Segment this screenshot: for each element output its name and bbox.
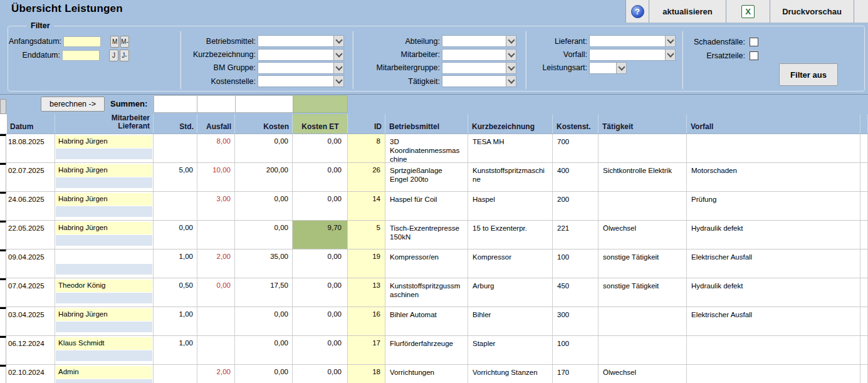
leistungsart-combo[interactable]: [589, 62, 627, 74]
calculate-button[interactable]: berechnen ->: [41, 97, 105, 112]
cell-betriebsmittel[interactable]: 3D Koordinatenmessmaschine: [385, 134, 468, 162]
cell-taetigkeit[interactable]: [599, 134, 687, 162]
dropdown-arrow-icon[interactable]: [506, 36, 516, 46]
cell-ausfall[interactable]: [197, 336, 235, 364]
cell-betriebsmittel[interactable]: Vorrichtungen: [385, 365, 468, 383]
kostenstelle-combo[interactable]: [258, 75, 344, 87]
cell-taetigkeit[interactable]: sonstige Tätigkeit: [599, 278, 687, 307]
lieferant-field[interactable]: [56, 177, 152, 188]
mitarbeiter-field[interactable]: Habring Jürgen: [56, 135, 152, 148]
lieferant-combo[interactable]: [589, 35, 676, 47]
cell-kurzbezeichnung[interactable]: Bihler: [468, 307, 553, 335]
cell-id[interactable]: 17: [348, 336, 385, 364]
cell-ausfall[interactable]: 2,00: [197, 249, 235, 278]
cell-std[interactable]: 0,50: [154, 278, 197, 307]
cell-kurzbezeichnung[interactable]: TESA MH: [468, 134, 553, 162]
cell-vorfall[interactable]: Elektrischer Ausfall: [687, 249, 860, 278]
cell-ausfall[interactable]: [197, 221, 235, 249]
lieferant-field[interactable]: [56, 322, 152, 332]
cell-kurzbezeichnung[interactable]: Stapler: [468, 336, 553, 364]
cell-kosten[interactable]: 35,00: [235, 249, 293, 278]
row-selector[interactable]: [0, 365, 6, 383]
cell-datum[interactable]: 02.07.2025: [6, 163, 55, 191]
cell-id[interactable]: 8: [348, 134, 385, 162]
cell-ausfall[interactable]: 10,00: [197, 163, 235, 191]
mitarbeiter-field[interactable]: Habring Jürgen: [56, 164, 152, 177]
row-selector[interactable]: [0, 221, 6, 249]
cell-datum[interactable]: 03.04.2025: [6, 307, 55, 335]
month-button[interactable]: M: [110, 36, 119, 48]
mitarbeitergruppe-combo[interactable]: [442, 62, 516, 74]
cell-taetigkeit[interactable]: sonstige Tätigkeit: [599, 249, 687, 278]
sum-kosten-field[interactable]: [235, 95, 293, 113]
cell-kosten[interactable]: 0,00: [235, 307, 293, 335]
cell-taetigkeit[interactable]: [599, 192, 687, 220]
cell-kosten[interactable]: 0,00: [235, 365, 293, 383]
cell-kostenstelle[interactable]: 450: [553, 278, 599, 307]
cell-vorfall[interactable]: Hydraulik defekt: [687, 278, 860, 307]
export-excel-button[interactable]: X: [726, 0, 770, 23]
cell-kosten-et[interactable]: 0,00: [293, 134, 348, 162]
cell-vorfall[interactable]: [687, 336, 860, 364]
cell-kosten[interactable]: 0,00: [235, 192, 293, 220]
cell-betriebsmittel[interactable]: Flurförderfahrzeuge: [385, 336, 468, 364]
cell-std[interactable]: 1,00: [154, 307, 197, 335]
cell-ausfall[interactable]: 0,00: [197, 278, 235, 307]
lieferant-field[interactable]: [56, 149, 152, 159]
lieferant-field[interactable]: [56, 235, 152, 246]
dropdown-arrow-icon[interactable]: [665, 36, 675, 46]
dropdown-arrow-icon[interactable]: [333, 36, 343, 46]
mitarbeiter-field[interactable]: Klaus Schmidt: [56, 337, 152, 350]
cell-kosten[interactable]: 0,00: [235, 221, 293, 249]
cell-kosten[interactable]: 0,00: [235, 134, 293, 162]
cell-kosten-et[interactable]: 0,00: [293, 192, 348, 220]
cell-std[interactable]: [154, 365, 197, 383]
cell-std[interactable]: 1,00: [154, 336, 197, 364]
cell-vorfall[interactable]: [687, 365, 860, 383]
row-selector[interactable]: [0, 134, 6, 162]
cell-kosten-et[interactable]: 0,00: [293, 336, 348, 364]
cell-datum[interactable]: 07.04.2025: [6, 278, 55, 307]
mitarbeiter-field[interactable]: Habring Jürgen: [56, 222, 152, 234]
cell-kostenstelle[interactable]: 221: [553, 221, 599, 249]
row-selector[interactable]: [0, 163, 6, 191]
cell-taetigkeit[interactable]: Ölwechsel: [599, 221, 687, 249]
cell-datum[interactable]: 22.05.2025: [6, 221, 55, 249]
mitarbeiter-field[interactable]: [56, 251, 152, 263]
cell-datum[interactable]: 24.06.2025: [6, 192, 55, 220]
kurzbezeichnung-combo[interactable]: [258, 49, 344, 61]
cell-ausfall[interactable]: 8,00: [197, 134, 235, 162]
cell-kosten-et[interactable]: 9,70: [293, 221, 348, 249]
vorfall-combo[interactable]: [589, 49, 676, 61]
dropdown-arrow-icon[interactable]: [506, 76, 516, 87]
dropdown-arrow-icon[interactable]: [616, 63, 626, 73]
cell-std[interactable]: [154, 134, 197, 162]
cell-kosten[interactable]: 200,00: [235, 163, 293, 191]
betriebsmittel-combo[interactable]: [258, 35, 344, 47]
cell-kostenstelle[interactable]: 300: [553, 307, 599, 335]
dropdown-arrow-icon[interactable]: [333, 76, 343, 87]
cell-vorfall[interactable]: Elektrischer Ausfall: [687, 307, 860, 335]
cell-ausfall[interactable]: 3,00: [197, 192, 235, 220]
cell-kurzbezeichnung[interactable]: Haspel: [468, 192, 553, 220]
sum-std-field[interactable]: [154, 95, 197, 113]
cell-kosten-et[interactable]: 0,00: [293, 249, 348, 278]
dropdown-arrow-icon[interactable]: [665, 50, 675, 60]
sum-kosten-et-field[interactable]: [293, 95, 348, 113]
lieferant-field[interactable]: [56, 206, 152, 217]
cell-datum[interactable]: 06.12.2024: [6, 336, 55, 364]
enddatum-input[interactable]: [62, 50, 100, 61]
mitarbeiter-field[interactable]: Theodor König: [56, 280, 152, 292]
cell-kostenstelle[interactable]: 100: [553, 336, 599, 364]
cell-id[interactable]: 5: [348, 221, 385, 249]
abteilung-combo[interactable]: [442, 35, 516, 47]
dropdown-arrow-icon[interactable]: [506, 63, 516, 73]
cell-vorfall[interactable]: Prüfung: [687, 192, 860, 220]
row-selector[interactable]: [0, 307, 6, 335]
cell-kosten-et[interactable]: 0,00: [293, 278, 348, 307]
cell-id[interactable]: 14: [348, 192, 385, 220]
cell-kosten-et[interactable]: 0,00: [293, 307, 348, 335]
mitarbeiter-field[interactable]: Admin: [56, 366, 152, 379]
cell-kurzbezeichnung[interactable]: Kunststoffspritzmaschine: [468, 163, 553, 191]
lieferant-field[interactable]: [56, 379, 152, 383]
